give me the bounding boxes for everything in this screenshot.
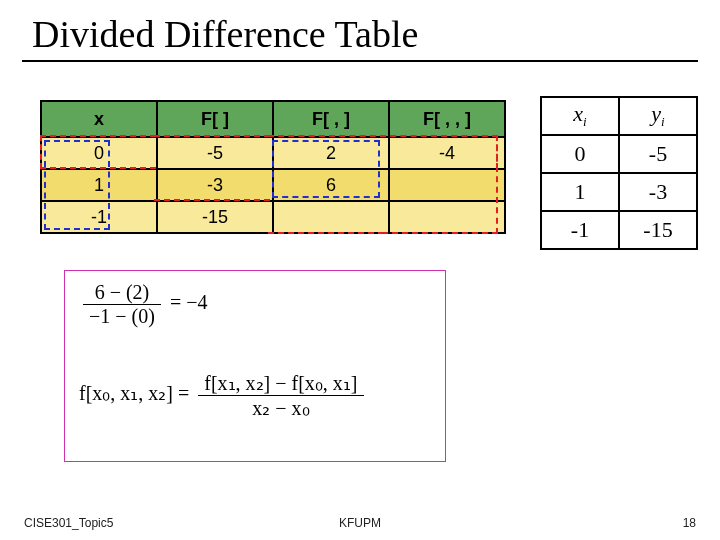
- dd-th-x: x: [42, 102, 158, 138]
- table-row: -1 -15: [42, 202, 504, 232]
- xy-th-y: yi: [619, 97, 697, 135]
- xy-th-x: xi: [541, 97, 619, 135]
- dd-th-f2: F[ , ]: [274, 102, 390, 138]
- formula-numeric: 6 − (2) −1 − (0) = −4: [79, 281, 207, 328]
- table-row: 1 -3 6: [42, 170, 504, 202]
- divided-difference-table: x F[ ] F[ , ] F[ , , ] 0 -5 2 -4 1 -3 6 …: [40, 100, 506, 234]
- page-title: Divided Difference Table: [32, 12, 688, 56]
- table-row: 0 -5 2 -4: [42, 138, 504, 170]
- footer-center: KFUPM: [0, 516, 720, 530]
- dd-th-f: F[ ]: [158, 102, 274, 138]
- formula-box: 6 − (2) −1 − (0) = −4 f[x₀, x₁, x₂] = f[…: [64, 270, 446, 462]
- table-row: 0 -5: [541, 135, 697, 173]
- formula-symbolic: f[x₀, x₁, x₂] = f[x₁, x₂] − f[x₀, x₁] x₂…: [79, 371, 368, 420]
- dd-th-f3: F[ , , ]: [390, 102, 504, 138]
- table-row: -1 -15: [541, 211, 697, 249]
- xy-data-table: xi yi 0 -5 1 -3 -1 -15: [540, 96, 698, 250]
- table-row: 1 -3: [541, 173, 697, 211]
- footer-page-number: 18: [683, 516, 696, 530]
